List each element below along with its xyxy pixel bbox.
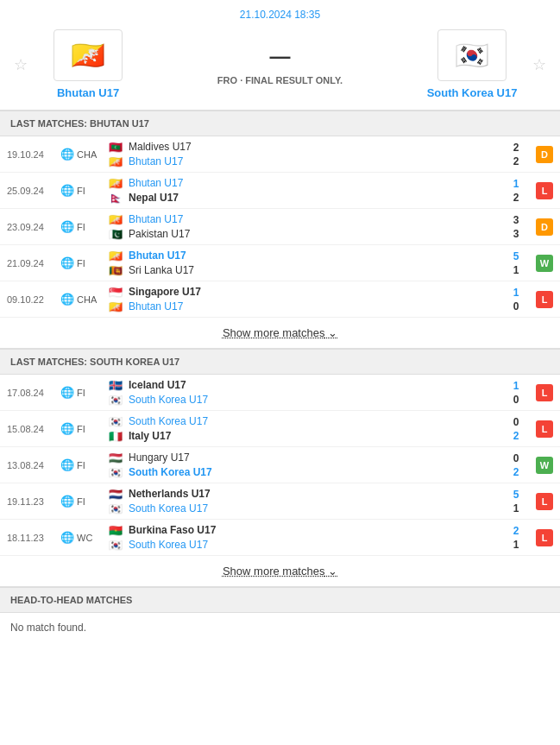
team1-row: 🇳🇱 Netherlands U17 (109, 488, 503, 501)
row-competition: 🌐 FI (60, 458, 109, 471)
match-header: 21.10.2024 18:35 ☆ 🇧🇹 Bhutan U17 — FRO ·… (0, 0, 560, 110)
row-scores: 1 2 (503, 178, 529, 204)
competition-label: FI (77, 186, 85, 196)
away-team-name: South Korea U17 (427, 86, 518, 99)
bhutan-show-more-button[interactable]: Show more matches ⌄ (223, 326, 337, 339)
row-teams: 🇧🇹 Bhutan U17 🇵🇰 Pakistan U17 (109, 213, 503, 241)
row-date: 18.11.23 (7, 533, 60, 543)
team1-name: Netherlands U17 (129, 488, 211, 500)
competition-flag-icon: 🌐 (60, 148, 74, 161)
team2-name: South Korea U17 (129, 394, 208, 406)
team2-flag-icon: 🇵🇰 (109, 228, 124, 241)
bhutan-section-header: LAST MATCHES: BHUTAN U17 (0, 110, 560, 136)
team1-row: 🇸🇬 Singapore U17 (109, 286, 503, 299)
row-date: 19.11.23 (7, 496, 60, 507)
row-competition: 🌐 FI (60, 184, 109, 197)
match-status: FRO · FINAL RESULT ONLY. (217, 75, 343, 85)
bhutan-matches-list: 19.10.24 🌐 CHA 🇲🇻 Maldives U17 🇧🇹 Bhutan… (0, 136, 560, 318)
row-teams: 🇧🇹 Bhutan U17 🇳🇵 Nepal U17 (109, 177, 503, 205)
row-competition: 🌐 FI (60, 220, 109, 233)
row-competition: 🌐 FI (60, 495, 109, 508)
match-row: 21.09.24 🌐 FI 🇧🇹 Bhutan U17 🇱🇰 Sri Lanka… (0, 245, 560, 281)
team1-name: Hungary U17 (129, 451, 190, 464)
match-center: — FRO · FINAL RESULT ONLY. (148, 44, 412, 85)
score2: 1 (513, 264, 519, 276)
score2: 2 (513, 192, 519, 204)
row-competition: 🌐 CHA (60, 148, 109, 161)
result-badge: W (536, 255, 553, 272)
team2-flag-icon: 🇳🇵 (109, 192, 124, 205)
team2-name: Pakistan U17 (129, 228, 190, 240)
team1-name: Iceland U17 (129, 379, 186, 391)
away-team: 🇰🇷 South Korea U17 (412, 29, 532, 99)
match-score: — (270, 44, 291, 68)
match-row: 23.09.24 🌐 FI 🇧🇹 Bhutan U17 🇵🇰 Pakistan … (0, 209, 560, 245)
team1-row: 🇧🇹 Bhutan U17 (109, 213, 503, 226)
team1-flag-icon: 🇭🇺 (109, 451, 124, 464)
competition-label: CHA (77, 294, 97, 305)
score1: 2 (513, 525, 519, 537)
team2-row: 🇱🇰 Sri Lanka U17 (109, 264, 503, 277)
row-scores: 3 3 (503, 214, 529, 240)
favorite-home-button[interactable]: ☆ (14, 55, 28, 74)
result-badge: L (536, 529, 553, 546)
team1-flag-icon: 🇧🇹 (109, 177, 124, 190)
team2-row: 🇰🇷 South Korea U17 (109, 394, 503, 407)
team2-row: 🇵🇰 Pakistan U17 (109, 228, 503, 241)
row-date: 13.08.24 (7, 460, 60, 470)
row-teams: 🇸🇬 Singapore U17 🇧🇹 Bhutan U17 (109, 286, 503, 313)
team1-row: 🇧🇹 Bhutan U17 (109, 249, 503, 262)
home-team-name: Bhutan U17 (57, 86, 119, 99)
score2: 2 (513, 430, 519, 442)
team1-name: Maldives U17 (129, 141, 192, 153)
result-badge: L (536, 420, 553, 438)
row-teams: 🇰🇷 South Korea U17 🇮🇹 Italy U17 (109, 415, 503, 443)
match-row: 25.09.24 🌐 FI 🇧🇹 Bhutan U17 🇳🇵 Nepal U17… (0, 173, 560, 209)
favorite-away-button[interactable]: ☆ (532, 55, 546, 74)
row-scores: 5 1 (503, 250, 529, 276)
team2-name: Sri Lanka U17 (129, 264, 194, 276)
home-team: 🇧🇹 Bhutan U17 (28, 29, 148, 99)
row-scores: 2 2 (503, 142, 529, 167)
team2-flag-icon: 🇧🇹 (109, 155, 124, 168)
row-scores: 5 1 (503, 489, 529, 515)
team2-name: Nepal U17 (129, 192, 179, 204)
team1-row: 🇭🇺 Hungary U17 (109, 451, 503, 464)
score2: 3 (513, 228, 519, 240)
match-row: 15.08.24 🌐 FI 🇰🇷 South Korea U17 🇮🇹 Ital… (0, 411, 560, 447)
team2-name: South Korea U17 (129, 539, 208, 551)
row-teams: 🇧🇫 Burkina Faso U17 🇰🇷 South Korea U17 (109, 524, 503, 552)
row-competition: 🌐 CHA (60, 293, 109, 306)
sk-show-more-button[interactable]: Show more matches ⌄ (223, 565, 337, 578)
result-badge: D (536, 146, 553, 163)
score1: 2 (513, 142, 519, 154)
team2-name: Bhutan U17 (129, 300, 183, 313)
competition-flag-icon: 🌐 (60, 386, 74, 399)
no-match-text: No match found. (0, 613, 560, 642)
row-date: 23.09.24 (7, 222, 60, 232)
row-date: 19.10.24 (7, 149, 60, 160)
competition-flag-icon: 🌐 (60, 256, 74, 269)
score1: 1 (513, 178, 519, 190)
team1-flag-icon: 🇸🇬 (109, 286, 124, 299)
match-date: 21.10.2024 18:35 (14, 9, 546, 21)
row-teams: 🇲🇻 Maldives U17 🇧🇹 Bhutan U17 (109, 141, 503, 168)
row-scores: 0 2 (503, 416, 529, 442)
match-row: 19.11.23 🌐 FI 🇳🇱 Netherlands U17 🇰🇷 Sout… (0, 483, 560, 520)
team1-name: Burkina Faso U17 (129, 524, 216, 536)
match-row: 17.08.24 🌐 FI 🇮🇸 Iceland U17 🇰🇷 South Ko… (0, 375, 560, 411)
score2: 2 (513, 466, 519, 478)
competition-label: FI (77, 388, 85, 398)
row-date: 25.09.24 (7, 186, 60, 196)
score2: 1 (513, 539, 519, 551)
row-teams: 🇳🇱 Netherlands U17 🇰🇷 South Korea U17 (109, 488, 503, 515)
row-competition: 🌐 FI (60, 386, 109, 399)
team2-row: 🇰🇷 South Korea U17 (109, 502, 503, 515)
competition-label: FI (77, 424, 85, 434)
team1-flag-icon: 🇧🇫 (109, 524, 124, 537)
row-scores: 1 0 (503, 380, 529, 406)
row-date: 17.08.24 (7, 388, 60, 398)
team2-row: 🇰🇷 South Korea U17 (109, 466, 503, 479)
team1-name: Bhutan U17 (129, 213, 183, 225)
team1-row: 🇲🇻 Maldives U17 (109, 141, 503, 154)
